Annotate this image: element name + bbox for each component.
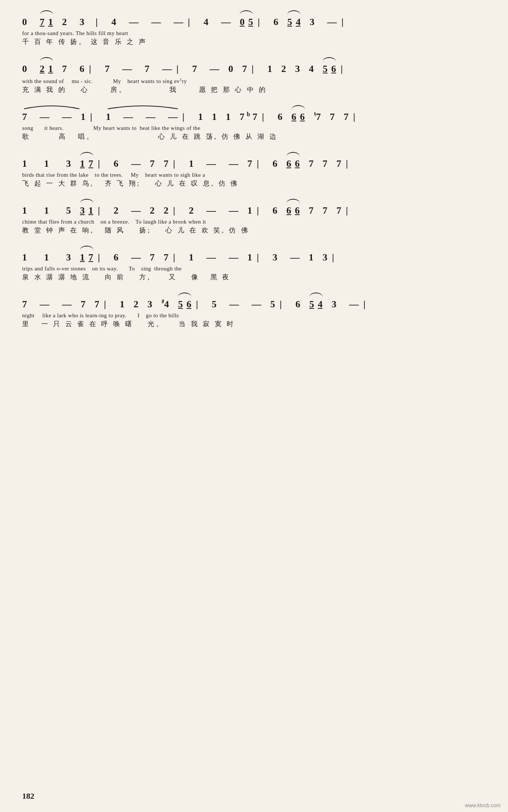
zh-lyrics-7: 里 一 只 云 雀 在 呼 唤 曙 光。 当 我 寂 寞 时	[22, 319, 486, 328]
section-2: 0 21 7 6 | 7 — 7 — | 7 — 0 7 | 1 2 3 4	[22, 62, 486, 94]
en-lyrics-2: with the sound of mu - sic. My heart wan…	[22, 77, 486, 84]
page-number: 182	[22, 791, 34, 801]
en-lyrics-6: trips and falls o-ver stones on its way.…	[22, 266, 486, 272]
watermark: www.ktvcb.com	[465, 802, 501, 808]
notes-row-4: 1 1 3 17 | 6 — 7 7 | 1 — — 7 | 6 66	[22, 156, 486, 171]
notes-row-6: 1 1 3 17 | 6 — 7 7 | 1 — — 1 | 3 — 1 3 |	[22, 250, 486, 265]
section-4: 1 1 3 17 | 6 — 7 7 | 1 — — 7 | 6 66	[22, 156, 486, 188]
zh-lyrics-4: 飞 起 一 大 群 鸟, 齐 飞 翔; 心 儿 在 叹 息, 仿 佛	[22, 179, 486, 188]
section-6: 1 1 3 17 | 6 — 7 7 | 1 — — 1 | 3 — 1 3 |	[22, 250, 486, 281]
section-1: 0 71 2 3 | 4 — — — | 4 — 05 | 6	[22, 15, 486, 46]
en-lyrics-4: birds that rise from the lake to the tre…	[22, 172, 486, 178]
notes-row-2: 0 21 7 6 | 7 — 7 — | 7 — 0 7 | 1 2 3 4	[22, 62, 486, 76]
zh-lyrics-1: 千 百 年 传 扬。 这 音 乐 之 声	[22, 37, 486, 46]
en-lyrics-5: chime that flies from a church on a bree…	[22, 219, 486, 225]
notes-row-5: 1 1 5 31 | 2 — 2 2 | 2 — — 1 | 6 66	[22, 203, 486, 218]
zh-lyrics-3: 歌 高 唱。 心 儿 在 跳 荡, 仿 佛 从 湖 边	[22, 132, 486, 141]
notes-row-7: 7 — — 7 7 | 1 2 3 ♯4 56 | 5 — — 5 | 6	[22, 297, 486, 311]
section-3: 7 — — 1 | 1 — — — | 1 1 1 7 b 7 |	[22, 110, 486, 141]
en-lyrics-7: night like a lark who is learn-ing to pr…	[22, 312, 486, 319]
notes-row-1: 0 71 2 3 | 4 — — — | 4 — 05 | 6	[22, 15, 486, 29]
en-lyrics-1: for a thou-sand years. The hills fill my…	[22, 30, 486, 37]
zh-lyrics-6: 泉 水 潺 潺 地 流 向 前 方, 又 像 黑 夜	[22, 273, 486, 281]
zh-lyrics-2: 充 满 我 的 心 房。 我 愿 把 那 心 中 的	[22, 85, 486, 94]
notes-row-3: 7 — — 1 | 1 — — — | 1 1 1 7 b 7 |	[22, 110, 486, 124]
en-lyrics-3: song it hears. My heart wants to beat li…	[22, 125, 486, 131]
zh-lyrics-5: 教 堂 钟 声 在 响, 随 风 扬; 心 儿 在 欢 笑, 仿 佛	[22, 226, 486, 235]
section-5: 1 1 5 31 | 2 — 2 2 | 2 — — 1 | 6 66	[22, 203, 486, 235]
section-7: 7 — — 7 7 | 1 2 3 ♯4 56 | 5 — — 5 | 6	[22, 297, 486, 328]
